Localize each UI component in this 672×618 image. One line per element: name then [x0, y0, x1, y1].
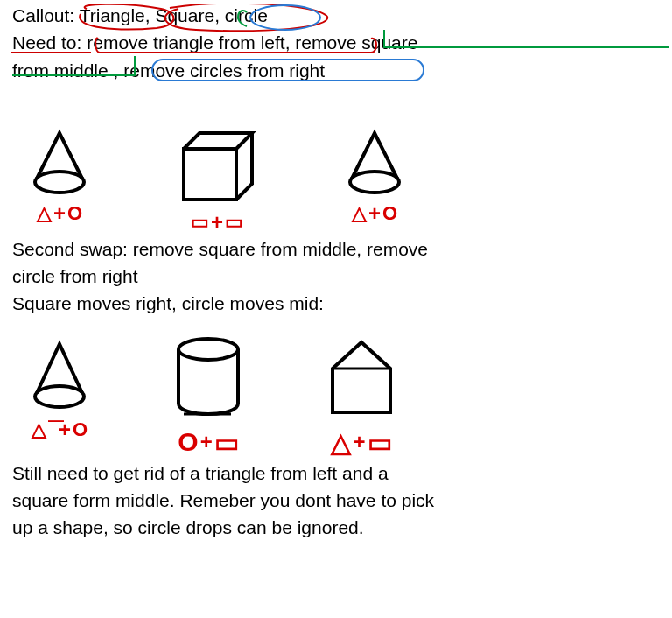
svg-point-5 — [35, 386, 84, 407]
shape-row-2: △ — + O O + ▭ △ + ▭ — [24, 334, 668, 458]
svg-point-6 — [178, 339, 238, 360]
formula-1-3: △ + O — [340, 202, 410, 225]
needto-part3: from middle — [12, 60, 108, 81]
cylinder-icon — [164, 334, 252, 421]
mid-line-3: Square moves right, circle moves mid: — [12, 291, 660, 315]
cube-mid-1: ▭ + ▭ — [173, 126, 261, 234]
header-block: Callout: Triangle, Square, circle Need t… — [4, 4, 668, 82]
mid-line-1: Second swap: remove square from middle, … — [12, 237, 660, 261]
needto-part2: remove square — [295, 32, 417, 53]
pentagon-icon — [322, 334, 401, 421]
formula-2-2: O + ▭ — [164, 427, 252, 458]
callout-words: Triangle, Square, circle — [80, 5, 268, 25]
cone-icon — [340, 126, 410, 196]
cone-icon — [24, 126, 94, 196]
mid-line-2: circle from right — [12, 264, 660, 288]
needto-part1: remove triangle from left, — [87, 32, 290, 53]
cone-left-1: △ + O — [24, 126, 94, 234]
cylinder-mid-2: O + ▭ — [164, 334, 252, 458]
needto-part4: , remove circles from right — [114, 60, 326, 81]
formula-1-1: △ + O — [24, 202, 94, 225]
house-right-2: △ + ▭ — [322, 334, 401, 458]
cube-icon — [173, 126, 261, 205]
bottom-line-1: Still need to get rid of a triangle from… — [12, 461, 660, 485]
shape-row-1: △ + O ▭ + ▭ △ + O — [24, 126, 668, 234]
bottom-line-2: square form middle. Remeber you dont hav… — [12, 488, 660, 512]
formula-2-1: △ — + O — [24, 418, 94, 441]
cone-right-1: △ + O — [340, 126, 410, 234]
svg-point-4 — [350, 172, 399, 193]
callout-label: Callout: — [12, 5, 74, 25]
cone-left-2: △ — + O — [24, 334, 94, 458]
formula-1-2: ▭ + ▭ — [173, 211, 261, 234]
needto-label: Need to: — [12, 32, 81, 53]
formula-2-3: △ + ▭ — [322, 427, 401, 458]
cone-icon — [24, 334, 94, 412]
bottom-line-3: up a shape, so circle drops can be ignor… — [12, 516, 660, 539]
svg-point-3 — [35, 172, 84, 193]
